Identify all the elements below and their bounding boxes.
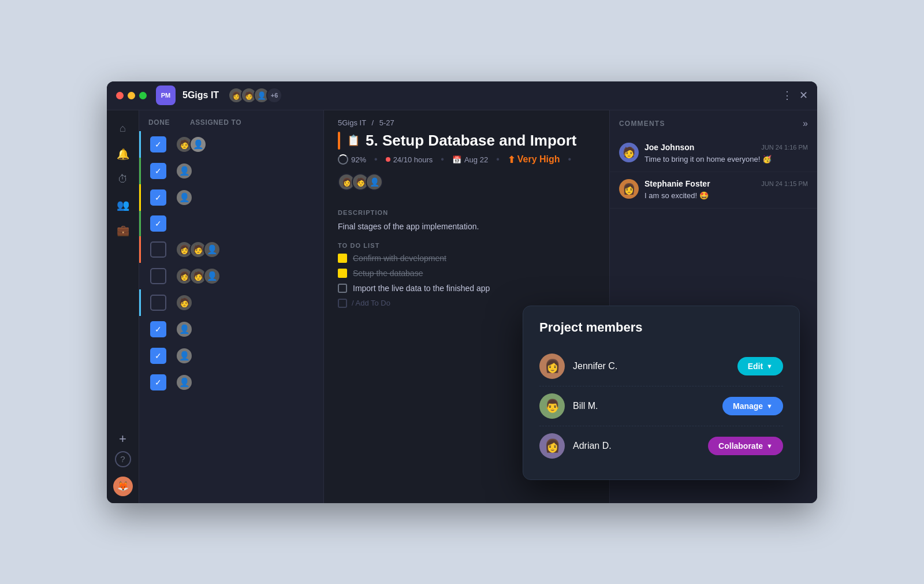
assignee-avatar: 👤 <box>176 162 193 180</box>
comments-label: COMMENTS <box>619 120 665 128</box>
assignee-avatar: 👤 <box>203 267 221 285</box>
expand-button[interactable]: » <box>803 118 808 129</box>
task-checkbox[interactable] <box>150 136 166 152</box>
task-checkbox[interactable] <box>150 295 166 311</box>
commenter-avatar-1: 🧑 <box>619 143 639 162</box>
col-assigned: ASSIGNED TO <box>190 118 314 127</box>
task-item[interactable]: 🧑 <box>139 289 323 316</box>
assignee-avatar: 🧑 <box>176 294 193 311</box>
chevron-down-icon: ▼ <box>766 363 773 370</box>
comment-item-2: 👩 Stephanie Foster JUN 24 1:15 PM I am s… <box>610 172 817 209</box>
todo-text-3: Import the live data to the finished app <box>353 284 490 293</box>
task-item[interactable]: 👤 <box>139 343 323 369</box>
add-project-button[interactable]: + <box>119 432 126 447</box>
member-name-1: Jennifer C. <box>573 361 737 371</box>
member-avatars[interactable]: 👩 🧑 👤 +6 <box>228 87 282 103</box>
task-item[interactable]: 🧑 👤 <box>139 131 323 158</box>
more-options-button[interactable]: ⋮ <box>782 90 792 101</box>
progress-indicator: 92% <box>338 154 366 165</box>
comment-text-2: I am so excited! 🤩 <box>644 191 808 201</box>
task-meta: 92% • 24/10 hours • 📅 Aug 22 • ⬆ Very Hi… <box>324 154 609 200</box>
minimize-traffic-light[interactable] <box>128 92 135 99</box>
task-list-header: DONE ASSIGNED TO <box>139 110 323 131</box>
commenter-avatar-2: 👩 <box>619 179 639 199</box>
task-checkbox[interactable] <box>150 268 166 284</box>
sidebar-item-time[interactable]: ⏱ <box>111 168 135 191</box>
task-checkbox[interactable] <box>150 321 166 337</box>
traffic-lights <box>116 92 147 99</box>
avatar-count: +6 <box>266 87 282 103</box>
task-title: 5. Setup Database and Import <box>366 132 577 150</box>
member-avatar-1: 👩 <box>539 354 565 379</box>
comment-author-1: Joe Johnson <box>644 143 694 152</box>
task-description: Final stages of the app implementation. <box>338 221 595 233</box>
sidebar-item-home[interactable]: ⌂ <box>111 117 135 140</box>
sidebar-item-help[interactable]: ? <box>115 451 131 467</box>
chevron-down-icon: ▼ <box>766 403 773 410</box>
member-role-button-3[interactable]: Collaborate ▼ <box>708 437 783 455</box>
member-row-3: 👩 Adrian D. Collaborate ▼ <box>539 426 783 466</box>
task-item[interactable]: 👤 <box>139 316 323 343</box>
todo-item-1[interactable]: Confirm with development <box>338 254 595 263</box>
assignee-avatar: 👤 <box>176 347 193 364</box>
task-item[interactable]: 👩 🧑 👤 <box>139 236 323 263</box>
due-date: 📅 Aug 22 <box>452 155 488 164</box>
popup-title: Project members <box>539 320 783 335</box>
todo-checkbox-1[interactable] <box>338 254 347 263</box>
sidebar-item-notifications[interactable]: 🔔 <box>111 143 135 166</box>
task-checkbox[interactable] <box>150 163 166 179</box>
member-role-button-1[interactable]: Edit ▼ <box>737 357 783 375</box>
task-icon: 📋 <box>347 134 360 147</box>
comment-time-1: JUN 24 1:16 PM <box>761 144 808 151</box>
close-traffic-light[interactable] <box>116 92 124 99</box>
task-checkbox[interactable] <box>150 348 166 364</box>
add-todo-checkbox <box>338 299 347 308</box>
titlebar-actions: ⋮ ✕ <box>782 90 808 101</box>
comment-text-1: Time to bring it on home everyone! 🥳 <box>644 154 808 165</box>
description-label: DESCRIPTION <box>338 209 595 216</box>
todo-text-2: Setup the database <box>353 269 423 278</box>
comment-meta-2: Stephanie Foster JUN 24 1:15 PM I am so … <box>644 179 808 201</box>
todo-item-2[interactable]: Setup the database <box>338 269 595 278</box>
comment-meta-1: Joe Johnson JUN 24 1:16 PM Time to bring… <box>644 143 808 165</box>
task-checkbox[interactable] <box>150 241 166 258</box>
task-item[interactable] <box>139 211 323 236</box>
app-window: PM 5Gigs IT 👩 🧑 👤 +6 ⋮ ✕ ⌂ 🔔 ⏱ 👥 💼 + ? 🦊 <box>107 81 817 503</box>
todo-checkbox-3[interactable] <box>338 284 347 293</box>
member-name-2: Bill M. <box>573 401 722 411</box>
assignee-avatar: 👤 <box>176 374 193 391</box>
member-role-button-2[interactable]: Manage ▼ <box>722 397 783 415</box>
member-row-1: 👩 Jennifer C. Edit ▼ <box>539 347 783 386</box>
task-item[interactable]: 👤 <box>139 184 323 211</box>
task-item[interactable]: 👩 🧑 👤 <box>139 263 323 289</box>
user-avatar[interactable]: 🦊 <box>113 477 133 496</box>
add-todo-placeholder: / Add To Do <box>352 299 390 307</box>
task-list-panel: DONE ASSIGNED TO 🧑 👤 👤 👤 <box>139 110 324 503</box>
comment-item-1: 🧑 Joe Johnson JUN 24 1:16 PM Time to bri… <box>610 136 817 172</box>
close-button[interactable]: ✕ <box>799 90 808 101</box>
assignee-avatar: 👤 <box>176 189 193 206</box>
task-checkbox[interactable] <box>150 374 166 390</box>
assignee-avatar: 👤 <box>189 136 207 153</box>
todo-label: TO DO LIST <box>338 242 595 249</box>
comments-header: COMMENTS » <box>610 110 817 136</box>
task-item[interactable]: 👤 <box>139 158 323 184</box>
todo-checkbox-2[interactable] <box>338 269 347 278</box>
project-members-popup: Project members 👩 Jennifer C. Edit ▼ 👨 B… <box>523 306 800 480</box>
titlebar: PM 5Gigs IT 👩 🧑 👤 +6 ⋮ ✕ <box>107 81 817 110</box>
priority-badge: ⬆ Very High <box>508 154 560 165</box>
sidebar-item-people[interactable]: 👥 <box>111 194 135 217</box>
hours-dot <box>386 157 390 162</box>
hours-indicator: 24/10 hours <box>386 155 433 164</box>
todo-item-3[interactable]: Import the live data to the finished app <box>338 284 595 293</box>
sidebar-item-projects[interactable]: 💼 <box>111 219 135 242</box>
fullscreen-traffic-light[interactable] <box>139 92 147 99</box>
comment-author-2: Stephanie Foster <box>644 179 710 188</box>
chevron-down-icon: ▼ <box>766 442 773 449</box>
member-avatar-3: 👩 <box>539 433 565 459</box>
task-item[interactable]: 👤 <box>139 369 323 396</box>
task-checkbox[interactable] <box>150 189 166 206</box>
sidebar: ⌂ 🔔 ⏱ 👥 💼 + ? 🦊 <box>107 110 139 503</box>
task-checkbox[interactable] <box>150 215 166 232</box>
app-logo: PM <box>156 85 176 105</box>
